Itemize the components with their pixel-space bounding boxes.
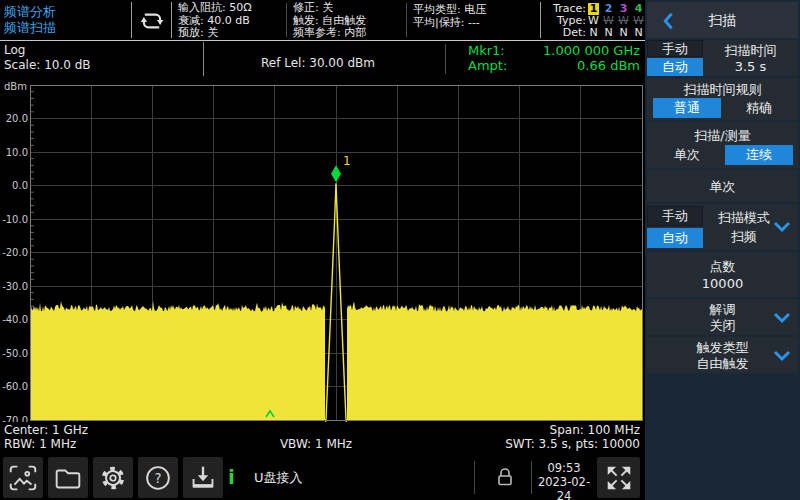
svg-text:20.0: 20.0 bbox=[6, 113, 28, 124]
sweep-measure-panel: 扫描/测量 单次 连续 bbox=[647, 122, 798, 168]
screenshot-button[interactable] bbox=[3, 457, 43, 498]
freq-reference: 频率参考: 内部 bbox=[293, 27, 366, 40]
sweep-measure-title: 扫描/测量 bbox=[647, 127, 798, 145]
mode-line-2: 频谱扫描 bbox=[4, 20, 56, 36]
avg-type: 平均类型: 电压 bbox=[413, 4, 486, 17]
svg-text:-70.0: -70.0 bbox=[2, 415, 28, 423]
svg-text:0.0: 0.0 bbox=[12, 180, 28, 191]
sweep-time-rule-title: 扫描时间规则 bbox=[647, 81, 798, 99]
svg-text:-50.0: -50.0 bbox=[2, 348, 28, 359]
svg-text:?: ? bbox=[154, 470, 161, 485]
chevron-down-icon[interactable] bbox=[773, 221, 791, 233]
header-divider bbox=[131, 2, 132, 38]
avg-hold: 平均|保持: --- bbox=[413, 17, 486, 30]
screenshot-icon bbox=[6, 461, 40, 495]
settings-button[interactable] bbox=[93, 457, 133, 498]
sweep-time-rule-panel: 扫描时间规则 普通 精确 bbox=[647, 78, 798, 120]
single-sweep-panel: 单次 bbox=[647, 170, 798, 202]
svg-text:-10.0: -10.0 bbox=[2, 214, 28, 225]
time-text: 09:53 bbox=[535, 461, 593, 475]
trace-4-det: N bbox=[634, 27, 642, 39]
single-sweep-button[interactable]: 单次 bbox=[647, 178, 798, 196]
sweep-time-manual-button[interactable]: 手动 bbox=[647, 40, 703, 57]
lock-icon bbox=[496, 467, 514, 491]
input-settings-status: 输入阻抗: 50Ω 衰减: 40.0 dB 预放: 关 bbox=[178, 2, 252, 40]
trigger-settings-status: 修正: 关 触发: 自由触发 频率参考: 内部 bbox=[293, 2, 366, 40]
sidebar-title: 扫描 bbox=[647, 12, 798, 30]
trace-2-det: N bbox=[604, 27, 612, 39]
folder-icon bbox=[51, 461, 85, 495]
spectrum-plot[interactable]: dBm20.010.00.0-10.0-20.0-30.0-40.0-50.0-… bbox=[0, 78, 645, 422]
svg-text:-30.0: -30.0 bbox=[2, 281, 28, 292]
info-icon: i bbox=[228, 465, 235, 489]
mode-line-1: 频谱分析 bbox=[4, 4, 56, 20]
measure-continuous-button[interactable]: 连续 bbox=[725, 145, 793, 165]
correction: 修正: 关 bbox=[293, 2, 366, 15]
spectrum-analyzer-screen: 频谱分析 频谱扫描 输入阻抗: 50Ω 衰减: 40.0 dB 预放: 关 修正… bbox=[0, 0, 800, 500]
header-divider bbox=[171, 2, 172, 38]
marker-ampt-value: 0.66 dBm bbox=[500, 58, 640, 73]
toolbar-divider bbox=[531, 461, 532, 494]
toolbar-divider bbox=[474, 461, 475, 494]
chevron-down-icon[interactable] bbox=[773, 350, 791, 362]
sweep-time-value[interactable]: 3.5 s bbox=[703, 59, 798, 74]
svg-text:-60.0: -60.0 bbox=[2, 381, 28, 392]
rbw-readout: RBW: 1 MHz bbox=[4, 437, 76, 451]
header-underline bbox=[0, 40, 645, 41]
usb-status-text: U盘接入 bbox=[254, 469, 303, 487]
preamp: 预放: 关 bbox=[178, 27, 252, 40]
rule-accurate-button[interactable]: 精确 bbox=[725, 98, 793, 118]
svg-text:-40.0: -40.0 bbox=[2, 314, 28, 325]
points-panel[interactable]: 点数 10000 bbox=[647, 252, 798, 297]
log-label: Log bbox=[4, 43, 25, 57]
chevron-down-icon[interactable] bbox=[773, 312, 791, 324]
swt-readout: SWT: 3.5 s, pts: 10000 bbox=[440, 437, 640, 451]
trace-3-det: N bbox=[619, 27, 627, 39]
header-divider bbox=[540, 2, 541, 38]
trigger-type-panel[interactable]: 触发类型 自由触发 bbox=[647, 337, 798, 373]
clock-display: 09:53 2023-02-24 bbox=[535, 461, 593, 500]
demod-panel[interactable]: 解调 关闭 bbox=[647, 299, 798, 335]
det-label: Det: bbox=[563, 27, 586, 39]
save-button[interactable] bbox=[183, 457, 223, 498]
svg-text:10.0: 10.0 bbox=[6, 147, 28, 158]
trace-legend: Trace: 1 2 3 4 Type: W W W W Det: N N N … bbox=[546, 3, 640, 39]
input-impedance: 输入阻抗: 50Ω bbox=[178, 2, 252, 15]
scale-readout: Scale: 10.0 dB bbox=[4, 58, 91, 72]
expand-arrows-icon bbox=[603, 462, 635, 494]
subheader-divider bbox=[203, 42, 204, 76]
sweep-mode-panel: 手动 自动 扫描模式 扫频 bbox=[647, 204, 798, 250]
svg-text:-20.0: -20.0 bbox=[2, 247, 28, 258]
ref-level-readout: Ref Lel: 30.00 dBm bbox=[240, 56, 375, 70]
active-mode-label: 频谱分析 频谱扫描 bbox=[4, 4, 56, 36]
help-icon: ? bbox=[141, 461, 175, 495]
svg-text:dBm: dBm bbox=[4, 81, 27, 92]
fullscreen-button[interactable] bbox=[597, 457, 640, 498]
average-status: 平均类型: 电压 平均|保持: --- bbox=[413, 4, 486, 29]
marker-freq-value: 1.000 000 GHz bbox=[500, 43, 640, 58]
help-button[interactable]: ? bbox=[138, 457, 178, 498]
measure-single-button[interactable]: 单次 bbox=[653, 145, 721, 165]
points-value: 10000 bbox=[647, 276, 798, 291]
sweep-mode-manual-button[interactable]: 手动 bbox=[647, 206, 703, 226]
vbw-readout: VBW: 1 MHz bbox=[246, 437, 386, 451]
sweep-time-panel: 手动 自动 扫描时间 3.5 s bbox=[647, 40, 798, 76]
header-divider bbox=[286, 3, 287, 37]
trace-1-det: N bbox=[589, 27, 597, 39]
svg-text:1: 1 bbox=[343, 154, 351, 168]
rule-normal-button[interactable]: 普通 bbox=[653, 98, 721, 118]
date-text: 2023-02-24 bbox=[535, 475, 593, 500]
save-download-icon bbox=[186, 461, 220, 495]
file-browser-button[interactable] bbox=[48, 457, 88, 498]
sweep-menu-sidebar: 扫描 手动 自动 扫描时间 3.5 s 扫描时间规则 普通 精确 扫描/测量 单… bbox=[645, 0, 800, 500]
span-readout: Span: 100 MHz bbox=[440, 423, 640, 437]
sidebar-header: 扫描 bbox=[647, 2, 798, 38]
header-divider bbox=[406, 3, 407, 37]
sweep-mode-auto-button[interactable]: 自动 bbox=[647, 228, 703, 248]
points-label: 点数 bbox=[647, 258, 798, 276]
continuous-sweep-icon[interactable] bbox=[134, 3, 170, 43]
sweep-time-label[interactable]: 扫描时间 bbox=[703, 42, 798, 60]
subheader-divider bbox=[445, 44, 446, 74]
gear-icon bbox=[96, 461, 130, 495]
sweep-time-auto-button[interactable]: 自动 bbox=[647, 58, 703, 76]
